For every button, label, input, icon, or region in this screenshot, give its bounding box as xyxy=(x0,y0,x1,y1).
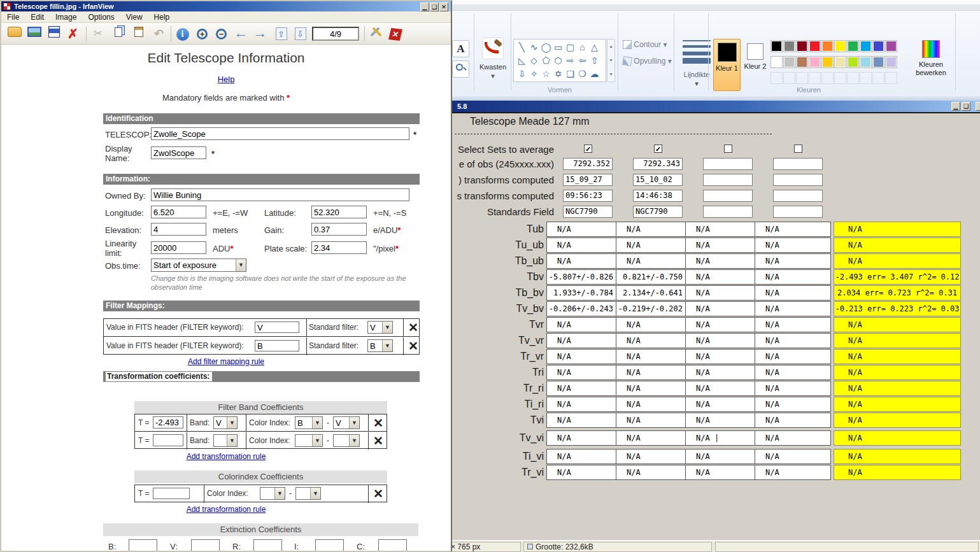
palette-color-1[interactable] xyxy=(783,40,795,52)
palette-empty-slot[interactable] xyxy=(809,72,821,84)
menu-item-view[interactable]: View xyxy=(120,11,148,23)
transform-cell[interactable]: N/A xyxy=(616,365,686,380)
linearity-input[interactable] xyxy=(151,241,206,254)
band-select[interactable]: V▼ xyxy=(213,416,238,429)
palette-color-0[interactable] xyxy=(771,40,783,52)
palette-color-5[interactable] xyxy=(834,40,846,52)
menu-item-help[interactable]: Help xyxy=(148,11,176,23)
info-field[interactable]: 15_09_27 xyxy=(563,174,613,186)
palette-empty-slot[interactable] xyxy=(834,72,846,84)
t-value-input[interactable] xyxy=(153,416,183,428)
palette-color-9[interactable] xyxy=(885,40,897,52)
first-image-button[interactable]: ⇧ xyxy=(273,26,289,41)
transform-cell[interactable]: N/A | xyxy=(685,430,755,446)
iv-minimize-button[interactable]: ▁ xyxy=(420,3,429,11)
transform-cell[interactable]: N/A xyxy=(546,349,616,364)
palette-empty-slot[interactable] xyxy=(783,72,795,84)
display-name-input[interactable] xyxy=(151,146,206,159)
transform-cell[interactable]: -0.206+/-0.243 xyxy=(546,301,616,316)
close-button[interactable] xyxy=(976,102,980,111)
transform-cell[interactable]: N/A xyxy=(616,413,686,428)
ci2-select[interactable]: ▼ xyxy=(295,487,321,500)
rectangle-shape-icon[interactable]: ▭ xyxy=(552,41,564,54)
properties-button[interactable] xyxy=(368,26,384,41)
transform-cell[interactable]: N/A xyxy=(616,222,686,237)
menu-item-file[interactable]: File xyxy=(1,11,25,23)
arrow-up-shape-icon[interactable]: ⇧ xyxy=(588,54,600,67)
transform-cell[interactable]: N/A xyxy=(685,381,755,396)
plate-scale-input[interactable] xyxy=(311,241,367,254)
delete-button[interactable]: ✗ xyxy=(65,26,81,41)
set-checkbox-1[interactable]: ✓ xyxy=(584,145,592,153)
obs-time-select[interactable]: Start of exposure ▼ xyxy=(151,258,246,272)
arrow-right-shape-icon[interactable]: ⇨ xyxy=(564,54,576,67)
info-field[interactable] xyxy=(703,190,753,202)
transform-cell[interactable]: N/A xyxy=(685,285,755,301)
palette-color-18[interactable] xyxy=(872,56,884,68)
transform-cell[interactable]: 2.134+/-0.641 xyxy=(616,285,686,301)
delete-rule-button[interactable]: ✕ xyxy=(373,486,383,501)
transform-cell[interactable]: N/A xyxy=(546,413,616,428)
transform-cell[interactable]: N/A xyxy=(546,381,616,396)
palette-empty-slot[interactable] xyxy=(885,72,897,84)
transform-cell[interactable]: N/A xyxy=(685,349,755,364)
transform-cell[interactable]: N/A xyxy=(685,413,755,428)
info-field[interactable]: 15_10_02 xyxy=(633,174,683,186)
previous-image-button[interactable]: ← xyxy=(233,26,249,41)
zoom-out-button[interactable]: − xyxy=(213,26,229,41)
transform-cell[interactable]: N/A xyxy=(546,465,616,480)
palette-empty-slot[interactable] xyxy=(872,72,884,84)
iv-maximize-button[interactable]: ❑ xyxy=(430,3,439,11)
palette-color-2[interactable] xyxy=(796,40,808,52)
five-point-star-shape-icon[interactable]: ☆ xyxy=(540,67,552,81)
transform-cell[interactable]: 0.821+/-0.750 xyxy=(616,269,686,285)
info-field[interactable] xyxy=(773,158,823,170)
transform-cell[interactable]: N/A xyxy=(755,222,831,237)
transform-cell[interactable]: -0.219+/-0.202 xyxy=(616,301,686,316)
transform-cell[interactable]: N/A xyxy=(755,465,831,480)
palette-empty-slot[interactable] xyxy=(847,72,859,84)
info-field[interactable]: 09:56:23 xyxy=(563,190,613,202)
transform-cell[interactable]: N/A xyxy=(546,449,616,464)
paste-button[interactable] xyxy=(131,26,146,41)
transform-cell[interactable]: N/A xyxy=(685,449,755,464)
palette-color-3[interactable] xyxy=(809,40,821,52)
palette-empty-slot[interactable] xyxy=(796,72,808,84)
info-field[interactable]: NGC7790 xyxy=(563,206,613,218)
shapes-scrollbar[interactable]: ▴▾▾ xyxy=(607,39,615,82)
cloud-callout-shape-icon[interactable]: ☁ xyxy=(588,67,600,81)
oval-callout-shape-icon[interactable]: ❍ xyxy=(576,67,588,81)
palette-color-11[interactable] xyxy=(783,56,795,68)
six-point-star-shape-icon[interactable]: ✡ xyxy=(552,67,564,81)
transform-cell[interactable]: N/A xyxy=(616,349,686,364)
elevation-input[interactable] xyxy=(151,223,206,236)
info-field[interactable] xyxy=(703,206,753,218)
four-point-star-shape-icon[interactable]: ✧ xyxy=(528,67,540,81)
palette-color-19[interactable] xyxy=(885,56,897,68)
band-select[interactable]: ▼ xyxy=(213,434,238,447)
menu-item-options[interactable]: Options xyxy=(82,11,120,23)
transform-cell[interactable]: N/A xyxy=(685,317,755,332)
kwasten-button[interactable]: Kwasten ▾ xyxy=(476,38,509,94)
transform-cell[interactable]: N/A xyxy=(755,301,831,316)
transform-cell[interactable]: N/A xyxy=(755,413,831,428)
palette-color-7[interactable] xyxy=(860,40,872,52)
page-indicator-input[interactable] xyxy=(312,27,359,41)
transform-window-titlebar[interactable]: 5.8 xyxy=(450,101,980,112)
transform-cell[interactable]: N/A xyxy=(546,333,616,348)
diamond-shape-icon[interactable]: ◇ xyxy=(528,54,540,67)
opvulling-dropdown[interactable]: Opvulling ▾ xyxy=(623,57,672,66)
arrow-left-shape-icon[interactable]: ⇦ xyxy=(576,54,588,67)
fits-keyword-input[interactable] xyxy=(255,322,299,333)
transform-cell[interactable]: N/A xyxy=(616,237,686,253)
polygon-shape-icon[interactable]: ⌂ xyxy=(576,41,588,54)
ci2-select[interactable]: ▼ xyxy=(333,434,360,447)
transform-cell[interactable]: N/A xyxy=(755,349,831,364)
palette-color-8[interactable] xyxy=(872,40,884,52)
transform-cell[interactable]: N/A xyxy=(685,301,755,316)
help-link[interactable]: Help xyxy=(218,74,235,84)
delete-mapping-button[interactable]: ✕ xyxy=(408,339,418,353)
set-checkbox-4[interactable] xyxy=(794,145,802,153)
transform-cell[interactable]: 1.933+/-0.784 xyxy=(546,285,616,301)
info-field[interactable] xyxy=(773,174,823,186)
